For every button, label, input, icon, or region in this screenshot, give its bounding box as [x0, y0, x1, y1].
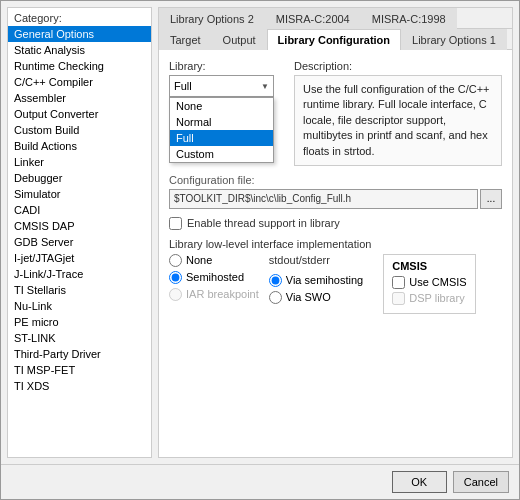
- cmsis-title: CMSIS: [392, 260, 466, 272]
- sidebar-item-simulator[interactable]: Simulator: [8, 186, 151, 202]
- sidebar-item-st-link[interactable]: ST-LINK: [8, 330, 151, 346]
- sidebar-item-linker[interactable]: Linker: [8, 154, 151, 170]
- tab-library-options-2[interactable]: Library Options 2: [159, 8, 265, 29]
- radio-none: None: [169, 254, 259, 267]
- dialog-body: Category: General Options Static Analysi…: [1, 1, 519, 464]
- radio-via-swo-label: Via SWO: [286, 291, 331, 303]
- library-select-wrapper: Full None Normal Full Custom: [169, 75, 274, 97]
- library-description-row: Library: Full None Normal Full Custom: [169, 60, 502, 166]
- sidebar-item-pe-micro[interactable]: PE micro: [8, 314, 151, 330]
- radio-group-right: stdout/stderr Via semihosting Via SWO: [269, 254, 363, 314]
- tab-output[interactable]: Output: [212, 29, 267, 50]
- sidebar-item-ti-msp-fet[interactable]: TI MSP-FET: [8, 362, 151, 378]
- radio-none-label: None: [186, 254, 212, 266]
- library-panel: Library: Full None Normal Full Custom: [169, 60, 284, 97]
- radio-via-semihosting-input[interactable]: [269, 274, 282, 287]
- cmsis-use-checkbox[interactable]: [392, 276, 405, 289]
- description-text: Use the full configuration of the C/C++ …: [294, 75, 502, 166]
- radio-semihosted-input[interactable]: [169, 271, 182, 284]
- dropdown-option-custom[interactable]: Custom: [170, 146, 273, 162]
- panel-body: Library: Full None Normal Full Custom: [159, 50, 512, 457]
- lib-low-label: Library low-level interface implementati…: [169, 238, 502, 250]
- library-dropdown-list: None Normal Full Custom: [169, 97, 274, 163]
- lib-low-section: Library low-level interface implementati…: [169, 238, 502, 314]
- cmsis-dsp-label: DSP library: [409, 292, 464, 304]
- cmsis-dsp-checkbox[interactable]: [392, 292, 405, 305]
- tab-library-configuration[interactable]: Library Configuration: [267, 29, 401, 50]
- library-label: Library:: [169, 60, 284, 72]
- radio-group-left: None Semihosted IAR breakpoint: [169, 254, 259, 314]
- tab-misra-2004[interactable]: MISRA-C:2004: [265, 8, 361, 29]
- cmsis-dsp-option: DSP library: [392, 292, 466, 305]
- sidebar-item-debugger[interactable]: Debugger: [8, 170, 151, 186]
- tab-misra-1998[interactable]: MISRA-C:1998: [361, 8, 457, 29]
- radio-none-input[interactable]: [169, 254, 182, 267]
- sidebar-item-runtime-checking[interactable]: Runtime Checking: [8, 58, 151, 74]
- thread-support-checkbox[interactable]: [169, 217, 182, 230]
- category-sidebar: Category: General Options Static Analysi…: [7, 7, 152, 458]
- settings-dialog: Category: General Options Static Analysi…: [0, 0, 520, 500]
- ok-button[interactable]: OK: [392, 471, 447, 493]
- radio-cols: None Semihosted IAR breakpoint: [169, 254, 502, 314]
- sidebar-item-cadi[interactable]: CADI: [8, 202, 151, 218]
- radio-semihosted: Semihosted: [169, 271, 259, 284]
- radio-via-swo-input[interactable]: [269, 291, 282, 304]
- cmsis-use-option: Use CMSIS: [392, 276, 466, 289]
- radio-iar: IAR breakpoint: [169, 288, 259, 301]
- tab-library-options-1[interactable]: Library Options 1: [401, 29, 507, 50]
- stdout-label: stdout/stderr: [269, 254, 363, 266]
- cmsis-box: CMSIS Use CMSIS DSP library: [383, 254, 475, 314]
- config-file-row: ...: [169, 189, 502, 209]
- thread-support-label: Enable thread support in library: [187, 217, 340, 229]
- radio-iar-label: IAR breakpoint: [186, 288, 259, 300]
- library-select[interactable]: Full: [169, 75, 274, 97]
- sidebar-item-jlink[interactable]: J-Link/J-Trace: [8, 266, 151, 282]
- cmsis-use-label: Use CMSIS: [409, 276, 466, 288]
- sidebar-item-general-options[interactable]: General Options: [8, 26, 151, 42]
- description-label: Description:: [294, 60, 502, 72]
- dialog-footer: OK Cancel: [1, 464, 519, 499]
- dropdown-option-full[interactable]: Full: [170, 130, 273, 146]
- radio-semihosted-label: Semihosted: [186, 271, 244, 283]
- sidebar-item-nu-link[interactable]: Nu-Link: [8, 298, 151, 314]
- radio-iar-input[interactable]: [169, 288, 182, 301]
- description-panel: Description: Use the full configuration …: [294, 60, 502, 166]
- config-file-label: Configuration file:: [169, 174, 502, 186]
- sidebar-item-assembler[interactable]: Assembler: [8, 90, 151, 106]
- tabs-row-1: Library Options 2 MISRA-C:2004 MISRA-C:1…: [159, 8, 512, 29]
- main-panel: Library Options 2 MISRA-C:2004 MISRA-C:1…: [158, 7, 513, 458]
- radio-via-semihosting: Via semihosting: [269, 274, 363, 287]
- sidebar-item-cpp-compiler[interactable]: C/C++ Compiler: [8, 74, 151, 90]
- sidebar-item-build-actions[interactable]: Build Actions: [8, 138, 151, 154]
- thread-support-row: Enable thread support in library: [169, 217, 502, 230]
- dropdown-option-normal[interactable]: Normal: [170, 114, 273, 130]
- sidebar-item-static-analysis[interactable]: Static Analysis: [8, 42, 151, 58]
- tab-target[interactable]: Target: [159, 29, 212, 50]
- sidebar-item-output-converter[interactable]: Output Converter: [8, 106, 151, 122]
- radio-via-swo: Via SWO: [269, 291, 363, 304]
- config-file-input[interactable]: [169, 189, 478, 209]
- cancel-button[interactable]: Cancel: [453, 471, 509, 493]
- browse-button[interactable]: ...: [480, 189, 502, 209]
- sidebar-item-cmsis-dap[interactable]: CMSIS DAP: [8, 218, 151, 234]
- radio-via-semihosting-label: Via semihosting: [286, 274, 363, 286]
- sidebar-item-gdb-server[interactable]: GDB Server: [8, 234, 151, 250]
- sidebar-item-third-party[interactable]: Third-Party Driver: [8, 346, 151, 362]
- sidebar-item-ti-xds[interactable]: TI XDS: [8, 378, 151, 394]
- category-label: Category:: [8, 8, 151, 26]
- dropdown-option-none[interactable]: None: [170, 98, 273, 114]
- sidebar-item-ijet[interactable]: I-jet/JTAGjet: [8, 250, 151, 266]
- sidebar-item-ti-stellaris[interactable]: TI Stellaris: [8, 282, 151, 298]
- sidebar-item-custom-build[interactable]: Custom Build: [8, 122, 151, 138]
- tabs-row-2: Target Output Library Configuration Libr…: [159, 29, 512, 50]
